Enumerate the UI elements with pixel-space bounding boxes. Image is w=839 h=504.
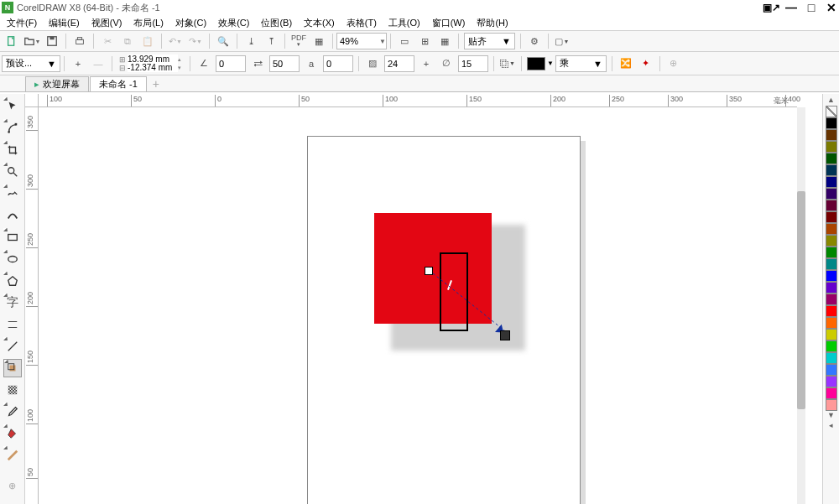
color-swatch[interactable]: [826, 294, 837, 305]
copy-button[interactable]: ⧉: [118, 32, 137, 50]
maximize-button[interactable]: □: [805, 2, 817, 13]
menu-edit[interactable]: 编辑(E): [47, 16, 81, 30]
scrollbar-thumb[interactable]: [797, 191, 805, 409]
color-swatch[interactable]: [826, 352, 837, 364]
menu-help[interactable]: 帮助(H): [475, 16, 509, 30]
menu-table[interactable]: 表格(T): [345, 16, 378, 30]
menu-text[interactable]: 文本(X): [302, 16, 336, 30]
grid-button[interactable]: ▦: [310, 32, 328, 50]
rectangle-tool[interactable]: [3, 228, 22, 247]
parallel-tool[interactable]: [3, 315, 22, 334]
color-swatch[interactable]: [826, 329, 837, 340]
new-button[interactable]: [3, 32, 21, 50]
close-button[interactable]: ✕: [826, 2, 837, 13]
extra-button[interactable]: ⊕: [664, 55, 683, 73]
color-swatch[interactable]: [826, 364, 837, 376]
no-color-swatch[interactable]: [826, 106, 837, 117]
ellipse-tool[interactable]: [3, 250, 22, 268]
color-swatch[interactable]: [826, 141, 837, 153]
vertical-ruler[interactable]: 35030025020015010050: [25, 107, 39, 504]
color-swatch[interactable]: [826, 282, 837, 294]
paste-button[interactable]: 📋: [138, 32, 157, 50]
menu-tools[interactable]: 工具(O): [387, 16, 422, 30]
tab-add[interactable]: +: [148, 76, 164, 91]
open-button[interactable]: ▼: [23, 32, 41, 50]
text-tool[interactable]: 字: [3, 294, 22, 312]
break-button[interactable]: ✦: [637, 55, 655, 73]
dropshadow-tool[interactable]: [3, 359, 22, 377]
blend-dropdown[interactable]: 乘▼: [555, 55, 607, 72]
color-swatch[interactable]: [826, 305, 837, 317]
menu-effects[interactable]: 效果(C): [216, 16, 251, 30]
color-swatch[interactable]: [826, 188, 837, 200]
cut-button[interactable]: ✂: [98, 32, 117, 50]
color-swatch[interactable]: [826, 200, 837, 211]
minimize-button[interactable]: —: [785, 2, 797, 13]
eyedropper-tool[interactable]: [3, 403, 22, 421]
rulers-button[interactable]: ⊞: [415, 32, 434, 50]
color-swatch[interactable]: [826, 270, 837, 282]
menu-view[interactable]: 视图(V): [90, 16, 124, 30]
color-swatch[interactable]: [826, 376, 837, 387]
color-swatch[interactable]: [826, 317, 837, 329]
blur-input[interactable]: [384, 55, 414, 72]
freehand-tool[interactable]: [3, 184, 22, 203]
expand-tool[interactable]: ⊕: [3, 476, 22, 495]
palette-expand-button[interactable]: ◂: [829, 421, 833, 431]
polygon-tool[interactable]: [3, 272, 22, 290]
zoom-tool[interactable]: [3, 163, 22, 181]
clear-shadow-button[interactable]: 🔀: [617, 55, 635, 73]
outline-tool[interactable]: [3, 446, 22, 465]
menu-layout[interactable]: 布局(L): [132, 16, 164, 30]
fullscreen-button[interactable]: ▭: [395, 32, 414, 50]
undo-button[interactable]: ↶▼: [166, 32, 185, 50]
a-input[interactable]: [323, 55, 353, 72]
fill-tool[interactable]: [3, 424, 22, 443]
connector-tool[interactable]: [3, 337, 22, 356]
menu-object[interactable]: 对象(C): [174, 16, 208, 30]
add-preset-button[interactable]: +: [69, 55, 87, 73]
snap-dropdown[interactable]: 贴齐▼: [464, 33, 515, 49]
export-button[interactable]: ⤒: [262, 32, 280, 50]
color-swatch[interactable]: [826, 340, 837, 352]
color-swatch[interactable]: [826, 235, 837, 247]
horizontal-ruler[interactable]: 毫米10050050100150200250300350400: [39, 94, 797, 107]
menu-window[interactable]: 窗口(W): [430, 16, 467, 30]
palette-up-button[interactable]: ▲: [827, 96, 835, 106]
color-swatch[interactable]: [826, 223, 837, 235]
copy-props-button[interactable]: ⿻▼: [498, 55, 517, 73]
print-button[interactable]: [70, 32, 89, 50]
save-button[interactable]: [43, 32, 61, 50]
pick-tool[interactable]: [3, 97, 22, 116]
feather-input[interactable]: [458, 55, 488, 72]
dock-icon[interactable]: ▣↗: [765, 2, 777, 13]
pdf-button[interactable]: PDF▾: [289, 32, 308, 50]
redo-button[interactable]: ↷▼: [186, 32, 205, 50]
crop-tool[interactable]: [3, 141, 22, 159]
add-btn[interactable]: +: [417, 55, 435, 73]
remove-preset-button[interactable]: —: [89, 55, 107, 73]
transparency-tool[interactable]: [3, 381, 22, 399]
color-swatch[interactable]: [826, 117, 837, 129]
shadow-end-handle[interactable]: [500, 330, 510, 340]
y-input[interactable]: [128, 63, 178, 72]
color-swatch[interactable]: [826, 211, 837, 223]
zoom-input[interactable]: [340, 36, 378, 46]
search-button[interactable]: 🔍: [214, 32, 232, 50]
color-swatch[interactable]: [826, 399, 837, 411]
zoom-dropdown[interactable]: ▼: [336, 33, 387, 49]
palette-down-button[interactable]: ▼: [827, 411, 835, 421]
color-swatch[interactable]: [826, 153, 837, 164]
shadow-start-handle[interactable]: [425, 267, 433, 275]
artistic-tool[interactable]: [3, 206, 22, 225]
menu-bitmap[interactable]: 位图(B): [259, 16, 294, 30]
launch-button[interactable]: ▢▼: [553, 32, 571, 50]
tab-welcome[interactable]: ▸欢迎屏幕: [25, 76, 89, 91]
copies-input[interactable]: [269, 55, 300, 72]
shadow-color[interactable]: [527, 57, 545, 70]
canvas[interactable]: [39, 107, 797, 504]
vertical-scrollbar[interactable]: [797, 107, 805, 504]
guides-button[interactable]: ▦: [435, 32, 454, 50]
angle-input[interactable]: [216, 55, 246, 72]
shape-tool[interactable]: [3, 119, 22, 138]
